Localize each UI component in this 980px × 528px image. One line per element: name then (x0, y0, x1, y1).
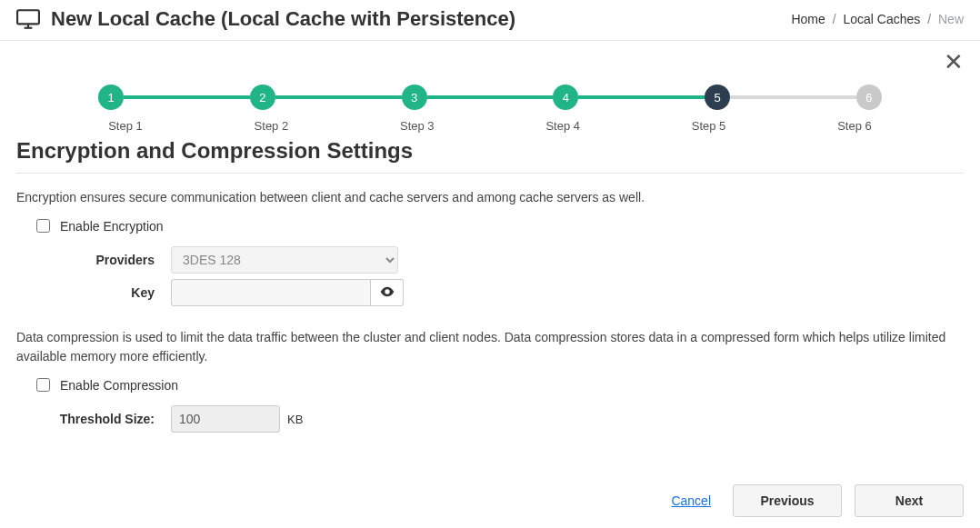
threshold-label: Threshold Size: (16, 412, 171, 426)
step-dot-4[interactable]: 4 (553, 85, 578, 110)
threshold-input[interactable] (171, 405, 280, 433)
encryption-description: Encryption ensures secure communication … (16, 188, 964, 207)
breadcrumb-local-caches[interactable]: Local Caches (843, 12, 920, 26)
svg-point-3 (385, 291, 388, 294)
step-dot-5[interactable]: 5 (705, 85, 730, 110)
monitor-icon (16, 9, 40, 29)
reveal-key-button[interactable] (371, 279, 404, 306)
enable-compression-label: Enable Compression (60, 378, 178, 393)
next-button[interactable]: Next (855, 484, 964, 502)
step-dot-1[interactable]: 1 (98, 85, 124, 110)
breadcrumb-home[interactable]: Home (791, 12, 825, 26)
enable-encryption-label: Enable Encryption (60, 219, 164, 234)
step-bar-4-5 (578, 95, 705, 99)
page-title: New Local Cache (Local Cache with Persis… (51, 7, 515, 31)
step-dot-3[interactable]: 3 (402, 85, 427, 110)
step-label-3: Step 3 (390, 119, 445, 133)
step-label-5: Step 5 (682, 119, 736, 133)
step-label-4: Step 4 (535, 119, 590, 133)
step-label-6: Step 6 (827, 119, 882, 133)
close-icon[interactable]: ✕ (944, 50, 964, 74)
cancel-button[interactable]: Cancel (671, 493, 711, 502)
section-title: Encryption and Compression Settings (16, 138, 964, 164)
step-dot-2[interactable]: 2 (250, 85, 275, 110)
page-header: New Local Cache (Local Cache with Persis… (0, 0, 980, 41)
providers-select[interactable]: 3DES 128 (171, 246, 398, 274)
wizard-footer: Cancel Previous Next (0, 475, 980, 502)
enable-compression-row[interactable]: Enable Compression (33, 375, 964, 394)
step-bar-2-3 (275, 95, 402, 99)
step-label-2: Step 2 (244, 119, 298, 133)
eye-icon (380, 285, 395, 300)
enable-encryption-checkbox[interactable] (36, 219, 50, 233)
threshold-unit: KB (287, 413, 303, 426)
step-label-1: Step 1 (98, 119, 153, 133)
enable-encryption-row[interactable]: Enable Encryption (33, 216, 964, 235)
svg-rect-0 (17, 10, 39, 24)
step-bar-3-4 (427, 95, 554, 99)
divider (16, 173, 964, 174)
step-dot-6[interactable]: 6 (856, 85, 882, 110)
stepper: 1 2 3 4 5 6 Step 1 Step 2 Step 3 Step 4 … (98, 85, 882, 133)
enable-compression-checkbox[interactable] (36, 378, 50, 392)
providers-label: Providers (16, 253, 171, 267)
key-label: Key (16, 285, 171, 300)
key-input[interactable] (171, 279, 371, 306)
previous-button[interactable]: Previous (733, 484, 842, 502)
step-bar-5-6 (730, 95, 856, 99)
step-bar-1-2 (124, 95, 250, 99)
breadcrumb: Home / Local Caches / New (791, 12, 964, 26)
breadcrumb-current: New (938, 12, 964, 26)
compression-description: Data compression is used to limit the da… (16, 328, 964, 366)
